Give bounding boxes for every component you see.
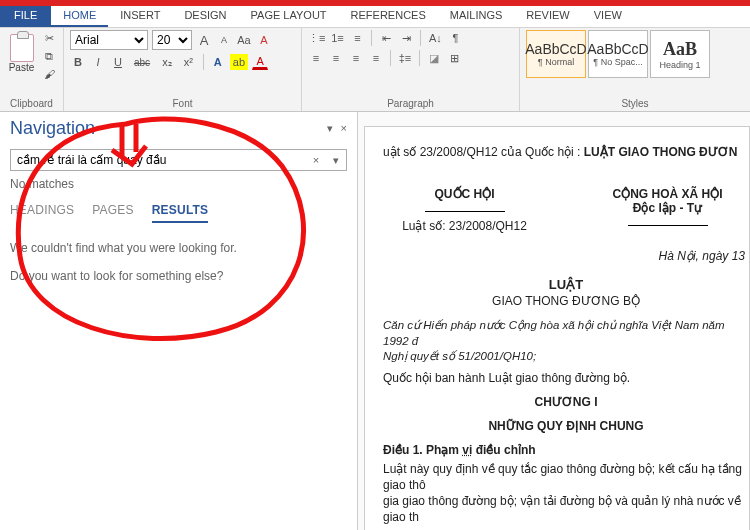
group-styles-label: Styles <box>526 98 744 111</box>
document-area[interactable]: uật số 23/2008/QH12 của Quốc hội : LUẬT … <box>358 112 750 530</box>
group-font: Arial 20 A A Aa A B I U abc x₂ x² A ab A… <box>64 28 302 111</box>
page: uật số 23/2008/QH12 của Quốc hội : LUẬT … <box>364 126 750 530</box>
search-clear-icon[interactable]: × <box>306 150 326 170</box>
group-paragraph-label: Paragraph <box>308 98 513 111</box>
search-options-icon[interactable]: ▾ <box>326 150 346 170</box>
group-styles: AaBbCcD ¶ Normal AaBbCcD ¶ No Spac... Aa… <box>520 28 750 111</box>
style-name: ¶ No Spac... <box>593 57 642 67</box>
nav-tabs: HEADINGS PAGES RESULTS <box>10 203 347 223</box>
col-conghoa: CỘNG HOÀ XÃ HỘI Độc lập - Tự <box>586 187 749 233</box>
nav-search: × ▾ <box>10 149 347 171</box>
line-spacing-icon[interactable]: ‡≡ <box>397 50 413 66</box>
align-left-icon[interactable]: ≡ <box>308 50 324 66</box>
style-name: Heading 1 <box>659 60 700 70</box>
justify-icon[interactable]: ≡ <box>368 50 384 66</box>
style-no-spacing[interactable]: AaBbCcD ¶ No Spac... <box>588 30 648 78</box>
highlight-button[interactable]: ab <box>230 54 248 70</box>
grow-font-icon[interactable]: A <box>196 32 212 48</box>
group-font-label: Font <box>70 98 295 111</box>
separator <box>390 50 391 66</box>
nav-tab-headings[interactable]: HEADINGS <box>10 203 74 223</box>
tab-file[interactable]: FILE <box>0 6 51 27</box>
doc-title: uật số 23/2008/QH12 của Quốc hội : LUẬT … <box>383 145 749 159</box>
subscript-button[interactable]: x₂ <box>158 54 176 70</box>
chapter-title: NHỮNG QUY ĐỊNH CHUNG <box>383 419 749 433</box>
bullets-icon[interactable]: ⋮≡ <box>308 30 325 46</box>
nav-tab-results[interactable]: RESULTS <box>152 203 209 223</box>
tab-design[interactable]: DESIGN <box>172 6 238 27</box>
shrink-font-icon[interactable]: A <box>216 32 232 48</box>
style-normal[interactable]: AaBbCcD ¶ Normal <box>526 30 586 78</box>
cut-icon[interactable]: ✂ <box>41 30 57 46</box>
sort-icon[interactable]: A↓ <box>427 30 443 46</box>
ribbon-tabs: FILE HOME INSERT DESIGN PAGE LAYOUT REFE… <box>0 6 750 28</box>
separator <box>371 30 372 46</box>
law-subheading: GIAO THONG ĐƯƠNG BỘ <box>383 294 749 308</box>
copy-icon[interactable]: ⧉ <box>41 48 57 64</box>
nav-close-icon[interactable]: × <box>341 122 347 135</box>
group-clipboard-label: Clipboard <box>6 98 57 111</box>
chapter-num: CHƯƠNG I <box>383 395 749 409</box>
preamble: Căn cứ Hiến pháp nước Cộng hòa xã hội ch… <box>383 318 749 365</box>
tab-references[interactable]: REFERENCES <box>339 6 438 27</box>
style-sample: AaBbCcD <box>525 41 586 57</box>
style-sample: AaBbCcD <box>587 41 648 57</box>
superscript-button[interactable]: x² <box>180 54 197 70</box>
nav-msg-not-found: We couldn't find what you were looking f… <box>10 241 347 255</box>
separator <box>419 50 420 66</box>
qh-line: Quốc hội ban hành Luật giao thông đường … <box>383 371 749 385</box>
paste-button[interactable]: Paste <box>6 30 37 76</box>
col-quochoi: QUỐC HỘI Luật số: 23/2008/QH12 <box>383 187 546 233</box>
numbering-icon[interactable]: 1≡ <box>329 30 345 46</box>
nav-msg-try-else: Do you want to look for something else? <box>10 269 347 283</box>
increase-indent-icon[interactable]: ⇥ <box>398 30 414 46</box>
clear-format-icon[interactable]: A <box>256 32 272 48</box>
nav-tab-pages[interactable]: PAGES <box>92 203 133 223</box>
font-size-select[interactable]: 20 <box>152 30 192 50</box>
tab-page-layout[interactable]: PAGE LAYOUT <box>239 6 339 27</box>
bold-button[interactable]: B <box>70 54 86 70</box>
strike-button[interactable]: abc <box>130 54 154 70</box>
font-name-select[interactable]: Arial <box>70 30 148 50</box>
align-center-icon[interactable]: ≡ <box>328 50 344 66</box>
nav-dropdown-icon[interactable]: ▾ <box>327 122 333 135</box>
italic-button[interactable]: I <box>90 54 106 70</box>
workspace: Navigation ▾ × × ▾ No matches HEADINGS P… <box>0 112 750 530</box>
tab-mailings[interactable]: MAILINGS <box>438 6 515 27</box>
group-paragraph: ⋮≡ 1≡ ≡ ⇤ ⇥ A↓ ¶ ≡ ≡ ≡ ≡ ‡≡ ◪ ⊞ <box>302 28 520 111</box>
multilevel-icon[interactable]: ≡ <box>349 30 365 46</box>
clipboard-icon <box>10 34 34 62</box>
shading-icon[interactable]: ◪ <box>426 50 442 66</box>
tab-review[interactable]: REVIEW <box>514 6 581 27</box>
ribbon: Paste ✂ ⧉ 🖌 Clipboard Arial 20 A A Aa A … <box>0 28 750 112</box>
style-sample: AaB <box>663 39 697 60</box>
tab-insert[interactable]: INSERT <box>108 6 172 27</box>
no-matches-label: No matches <box>10 177 347 191</box>
show-marks-icon[interactable]: ¶ <box>447 30 463 46</box>
style-heading1[interactable]: AaB Heading 1 <box>650 30 710 78</box>
format-painter-icon[interactable]: 🖌 <box>41 66 57 82</box>
change-case-icon[interactable]: Aa <box>236 32 252 48</box>
nav-title: Navigation <box>10 118 95 139</box>
article-1-heading: Điều 1. Phạm vi điều chỉnh <box>383 443 749 457</box>
text-effects-button[interactable]: A <box>210 54 226 70</box>
date-line: Hà Nội, ngày 13 <box>383 249 749 263</box>
paste-label: Paste <box>9 62 35 73</box>
law-heading: LUẬT <box>383 277 749 292</box>
borders-icon[interactable]: ⊞ <box>446 50 462 66</box>
tab-view[interactable]: VIEW <box>582 6 634 27</box>
tab-home[interactable]: HOME <box>51 6 108 27</box>
separator <box>203 54 204 70</box>
underline-button[interactable]: U <box>110 54 126 70</box>
navigation-pane: Navigation ▾ × × ▾ No matches HEADINGS P… <box>0 112 358 530</box>
group-clipboard: Paste ✂ ⧉ 🖌 Clipboard <box>0 28 64 111</box>
article-1-body: Luật này quy định về quy tắc giao thông … <box>383 461 749 526</box>
search-input[interactable] <box>11 150 306 170</box>
style-name: ¶ Normal <box>538 57 574 67</box>
decrease-indent-icon[interactable]: ⇤ <box>378 30 394 46</box>
separator <box>420 30 421 46</box>
align-right-icon[interactable]: ≡ <box>348 50 364 66</box>
font-color-button[interactable]: A <box>252 54 268 70</box>
